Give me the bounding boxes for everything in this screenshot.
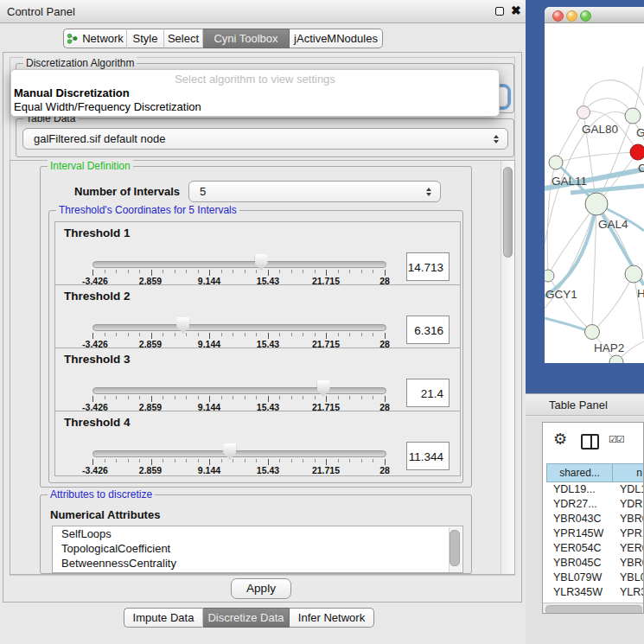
tick-mark <box>163 333 163 336</box>
table-row[interactable]: YDR27...YDR2 <box>546 497 644 512</box>
node-partial-top-right[interactable] <box>625 108 641 124</box>
table-cell[interactable]: YDL19... <box>553 482 596 497</box>
tick-mark <box>291 459 292 462</box>
zoom-traffic-light-icon[interactable] <box>580 10 591 22</box>
column-header-name[interactable]: n <box>613 463 644 482</box>
tab-network[interactable]: Network <box>63 29 127 48</box>
table-cell[interactable]: YPR145W <box>553 526 603 541</box>
table-row[interactable]: YER054CYER0 <box>546 541 644 556</box>
node-gal4[interactable] <box>585 193 608 215</box>
slider-thumb[interactable] <box>176 317 189 334</box>
table-cell[interactable]: YBR0 <box>620 556 644 571</box>
table-cell[interactable]: YDL1 <box>620 482 644 497</box>
tick-mark <box>256 396 257 399</box>
split-columns-icon[interactable] <box>581 434 599 450</box>
node-gcy1[interactable] <box>545 270 554 282</box>
network-window-titlebar[interactable] <box>545 7 644 23</box>
tick-mark <box>268 396 269 402</box>
gear-icon[interactable]: ⚙ <box>553 430 567 449</box>
node-partial-mid-right[interactable] <box>625 265 642 283</box>
node-selected-red[interactable] <box>630 144 644 160</box>
table-row[interactable]: YBR045CYBR0 <box>546 556 644 571</box>
list-scrollbar-thumb[interactable] <box>450 530 460 566</box>
node-gal11[interactable] <box>549 156 563 169</box>
table-cell[interactable]: YBL079W <box>553 571 602 585</box>
slider-thumb[interactable] <box>223 443 236 460</box>
tick-mark <box>92 333 93 339</box>
threshold-value-field[interactable]: 14.713 <box>406 252 450 281</box>
close-icon[interactable]: ✖ <box>511 3 521 17</box>
attribute-list-item[interactable]: BetweennessCentrality <box>53 556 462 571</box>
horizontal-scrollbar[interactable] <box>543 603 644 614</box>
slider-track[interactable] <box>92 261 386 268</box>
slider-thumb[interactable] <box>255 254 268 271</box>
node-gal80[interactable] <box>577 106 590 119</box>
slider-track[interactable] <box>92 387 386 394</box>
minimize-traffic-light-icon[interactable] <box>566 10 577 22</box>
network-canvas[interactable]: GAL80 G C GAL11 GAL4 GCY1 H HAP2 <box>545 23 644 363</box>
vertical-scrollbar-thumb[interactable] <box>503 167 513 258</box>
list-scrollbar[interactable] <box>449 527 462 573</box>
dropdown-option-manual-discretization[interactable]: Manual Discretization <box>14 86 130 99</box>
apply-button[interactable]: Apply <box>231 578 291 599</box>
table-row[interactable]: YPR145WYPR1 <box>546 526 644 541</box>
tab-discretize-data[interactable]: Discretize Data <box>203 608 290 628</box>
tick-mark <box>139 270 140 273</box>
tick-mark <box>279 396 280 399</box>
table-cell[interactable]: YBL0 <box>620 571 644 585</box>
tick-label: 21.715 <box>312 465 340 475</box>
table-cell[interactable]: YLR345W <box>553 585 603 600</box>
attribute-list-item[interactable]: SelfLoops <box>53 526 462 541</box>
table-cell[interactable]: YBR043C <box>553 512 602 526</box>
group-title: Threshold's Coordinates for 5 Intervals <box>56 204 239 216</box>
algorithm-dropdown-popup: Select algorithm to view settings Manual… <box>10 69 500 117</box>
slider-track[interactable] <box>92 450 386 457</box>
num-intervals-combobox[interactable]: 5 <box>188 181 441 202</box>
float-window-icon[interactable] <box>495 7 504 16</box>
dropdown-option-equal-width-frequency[interactable]: Equal Width/Frequency Discretization <box>14 100 201 113</box>
tick-mark <box>209 459 210 465</box>
tab-label: Cyni Toolbox <box>214 32 277 45</box>
table-cell[interactable]: YER0 <box>620 541 644 556</box>
tick-mark <box>233 333 233 336</box>
tab-cyni-toolbox[interactable]: Cyni Toolbox <box>203 29 290 48</box>
tick-mark <box>245 459 245 462</box>
table-row[interactable]: YDL19...YDL1 <box>546 482 644 497</box>
table-cell[interactable]: YLR3 <box>620 585 644 600</box>
table-row[interactable]: YBR043CYBR0 <box>546 512 644 526</box>
network-nodes[interactable] <box>545 106 644 364</box>
horizontal-scrollbar-thumb[interactable] <box>545 605 642 614</box>
threshold-value-field[interactable]: 21.4 <box>406 379 450 407</box>
slider-track[interactable] <box>92 324 386 331</box>
tick-mark <box>291 270 292 273</box>
threshold-value-field[interactable]: 6.316 <box>406 316 450 344</box>
tick-mark <box>303 333 303 336</box>
node-hap2[interactable] <box>585 325 600 340</box>
table-row[interactable]: YBL079WYBL0 <box>546 571 644 585</box>
tick-mark <box>361 333 362 336</box>
table-cell[interactable]: YDR2 <box>620 497 644 512</box>
threshold-panel-3: Threshold 3 -3.4262.8599.14415.4321.7152… <box>54 348 461 413</box>
tick-mark <box>233 396 233 399</box>
column-header-shared-name[interactable]: shared... <box>546 463 613 482</box>
slider-thumb[interactable] <box>317 380 330 397</box>
threshold-value-field[interactable]: 11.344 <box>406 442 450 470</box>
table-cell[interactable]: YPR1 <box>620 526 644 541</box>
table-cell[interactable]: YER054C <box>553 541 602 556</box>
select-columns-icon[interactable]: ☑☑ <box>609 434 624 445</box>
table-cell[interactable]: YBR0 <box>620 512 644 526</box>
attribute-list-item[interactable]: TopologicalCoefficient <box>53 541 462 556</box>
tab-jactivemnodules[interactable]: jActiveMNodules <box>290 29 383 48</box>
tab-style[interactable]: Style <box>127 29 164 48</box>
table-data-combobox[interactable]: galFiltered.sif default node <box>22 128 508 150</box>
table-row[interactable]: YLR345WYLR3 <box>546 585 644 600</box>
tick-mark <box>163 459 163 462</box>
table-cell[interactable]: YBR045C <box>553 556 602 571</box>
tab-infer-network[interactable]: Infer Network <box>290 608 374 628</box>
table-cell[interactable]: YDR27... <box>553 497 597 512</box>
tab-impute-data[interactable]: Impute Data <box>124 608 203 628</box>
close-traffic-light-icon[interactable] <box>552 10 564 22</box>
tick-mark <box>233 270 233 273</box>
tab-select[interactable]: Select <box>164 29 203 48</box>
numerical-attributes-list[interactable]: SelfLoopsTopologicalCoefficientBetweenne… <box>52 526 463 573</box>
